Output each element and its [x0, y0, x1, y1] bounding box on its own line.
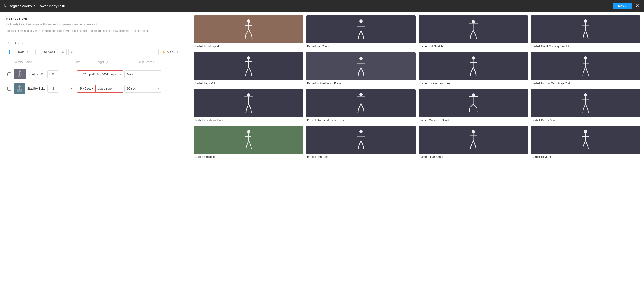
- exercise-name-cell-2: Stability Ball Ha...: [14, 83, 46, 94]
- exercise-card-img-barbell-overhead-push-press: [306, 89, 416, 117]
- target-dropdown-icon: ▾: [92, 87, 94, 90]
- exercise-name-2: Stability Ball Ha...: [27, 87, 46, 90]
- exercise-card-barbell-preacher[interactable]: Barbell Preacher: [194, 126, 304, 160]
- exercise-card-img-barbell-high-pull: [194, 52, 304, 80]
- exercise-card-label-barbell-overhead-press: Barbell Overhead Press: [194, 117, 304, 123]
- target-area-2[interactable]: ⏱ 45 sec ▾ slow on the: [77, 85, 124, 92]
- exercise-card-barbell-incline-bench-press[interactable]: Barbell Incline Bench Press: [306, 52, 416, 86]
- exercise-checkbox-1[interactable]: [8, 72, 11, 76]
- drag-handle-1[interactable]: ⋮⋮: [162, 72, 172, 76]
- reps-value-1: 12 reps/15 lbs, 1/2/4 tempo: [83, 73, 116, 76]
- copy-button[interactable]: ⧉: [60, 48, 66, 56]
- exercise-card-barbell-high-pull[interactable]: Barbell High Pull: [194, 52, 304, 86]
- top-bar: ⇅ Regular Workout: Lower Body Pull SAVE …: [0, 0, 644, 12]
- circuit-label: CIRCUIT: [44, 50, 56, 54]
- svg-line-35: [584, 30, 586, 36]
- drag-handle-2[interactable]: ⋮⋮: [162, 86, 172, 91]
- sets-input-1[interactable]: [47, 70, 59, 78]
- target-note-value: slow on the: [96, 87, 123, 90]
- exercise-thumbnail-2[interactable]: [14, 83, 25, 94]
- exercise-thumb-icon-1: [16, 70, 23, 78]
- svg-line-49: [359, 67, 361, 73]
- sort-icon: ⇅: [4, 4, 7, 8]
- svg-point-116: [584, 130, 587, 133]
- svg-line-72: [246, 110, 246, 112]
- workout-type-label: Regular Workout:: [8, 4, 36, 8]
- svg-line-36: [586, 30, 588, 36]
- exercise-card-barbell-incline-bench-pull[interactable]: Barbell Incline Bench Pull: [418, 52, 528, 86]
- save-button[interactable]: SAVE: [613, 2, 632, 9]
- svg-point-53: [472, 56, 475, 60]
- svg-line-10: [20, 89, 22, 90]
- exercise-card-img-barbell-incline-bench-press: [306, 52, 416, 80]
- svg-line-99: [249, 140, 251, 146]
- exercise-card-barbell-overhead-push-press[interactable]: Barbell Overhead Push Press: [306, 89, 416, 123]
- top-bar-left: ⇅ Regular Workout: Lower Body Pull: [4, 4, 65, 8]
- svg-line-52: [363, 73, 364, 76]
- svg-line-45: [251, 73, 252, 76]
- delete-button[interactable]: 🗑: [68, 48, 76, 56]
- exercise-card-img-barbell-rear-shrug: [418, 126, 528, 154]
- target-reps-1[interactable]: ☰ 12 reps/15 lbs, 1/2/4 tempo ▾: [77, 70, 124, 78]
- exercise-card-label-barbell-narrow-grip-bicep-curl: Barbell Narrow Grip Bicep Curl: [531, 80, 640, 86]
- svg-point-11: [247, 20, 250, 23]
- exercise-thumbnail-1[interactable]: [14, 69, 26, 79]
- svg-line-2: [18, 75, 20, 77]
- svg-line-15: [249, 29, 252, 35]
- svg-line-80: [364, 109, 364, 112]
- exercise-card-label-barbell-power-snatch: Barbell Power Snatch: [531, 117, 640, 123]
- svg-line-85: [473, 104, 477, 108]
- exercise-card-label-barbell-front-squat: Barbell Front Squat: [194, 43, 304, 50]
- svg-line-93: [583, 110, 583, 112]
- exercise-card-img-barbell-preacher: [194, 126, 304, 154]
- exercise-thumb-icon-2: [16, 84, 23, 92]
- rest-dropdown-icon-1: ▾: [157, 72, 159, 76]
- svg-point-102: [359, 130, 362, 133]
- target-duration-select[interactable]: ⏱ 45 sec ▾: [78, 85, 96, 92]
- exercise-card-barbell-good-morning[interactable]: Barbell Good Morning Deadlift: [531, 15, 640, 50]
- svg-line-73: [251, 110, 252, 112]
- exercise-card-barbell-front-squat[interactable]: Barbell Front Squat: [194, 15, 304, 50]
- exercise-card-barbell-overhead-squat[interactable]: Barbell Overhead Squat: [418, 89, 528, 123]
- svg-line-58: [470, 73, 471, 76]
- exercise-card-barbell-full-snatch[interactable]: Barbell Full Snatch: [418, 15, 528, 50]
- figure-barbell-rear-shrug: [468, 129, 479, 150]
- target-info-icon[interactable]: ⓘ: [105, 60, 108, 64]
- figure-barbell-preacher: [243, 129, 254, 150]
- svg-line-31: [476, 36, 476, 39]
- exercise-card-barbell-rear-delt[interactable]: Barbell Rear Delt: [306, 126, 416, 160]
- superset-button[interactable]: ☰ SUPERSET: [12, 49, 36, 55]
- add-rest-button[interactable]: ✋ ADD REST: [158, 49, 184, 55]
- select-all-checkbox[interactable]: [6, 50, 10, 54]
- exercise-card-barbell-overhead-press[interactable]: Barbell Overhead Press: [194, 89, 304, 123]
- instructions-hint2: Add rest times and any weight/rep/tempo …: [6, 29, 184, 33]
- svg-line-3: [20, 75, 21, 77]
- circuit-button[interactable]: ☰ CIRCUIT: [38, 49, 58, 55]
- exercise-card-img-barbell-power-snatch: [531, 89, 640, 117]
- exercise-card-barbell-power-snatch[interactable]: Barbell Power Snatch: [531, 89, 640, 123]
- close-button[interactable]: ✕: [634, 2, 640, 9]
- svg-line-21: [359, 30, 361, 36]
- svg-line-28: [471, 30, 473, 36]
- rest-info-icon[interactable]: ⓘ: [153, 60, 156, 64]
- rest-select-1[interactable]: None ▾: [124, 70, 162, 78]
- svg-line-92: [586, 104, 588, 110]
- svg-point-32: [584, 20, 587, 23]
- exercise-card-barbell-rear-shrug[interactable]: Barbell Rear Shrug: [418, 126, 528, 160]
- svg-line-106: [361, 140, 363, 146]
- svg-line-78: [361, 103, 364, 109]
- sets-input-2[interactable]: [47, 85, 59, 92]
- rest-select-2[interactable]: 90 sec ▾: [124, 85, 162, 92]
- figure-barbell-incline-bench-pull: [468, 56, 479, 76]
- exercise-row-2: Stability Ball Ha... X ⏱ 45 sec ▾ slow o…: [6, 82, 184, 96]
- exercise-checkbox-2[interactable]: [8, 87, 11, 90]
- exercise-card-barbell-reverse[interactable]: Barbell Reverse: [531, 126, 640, 160]
- svg-line-5: [20, 74, 22, 74]
- svg-line-23: [358, 36, 359, 39]
- exercise-card-barbell-full-clean[interactable]: Barbell Full Clean: [306, 15, 416, 50]
- svg-line-120: [586, 140, 588, 146]
- exercise-card-barbell-narrow-grip-bicep-curl[interactable]: Barbell Narrow Grip Bicep Curl: [531, 52, 640, 86]
- svg-point-39: [247, 56, 250, 60]
- reps-dropdown-icon: ▾: [120, 73, 121, 76]
- right-panel: Barbell Front Squat Barbell Full Clean: [190, 12, 644, 291]
